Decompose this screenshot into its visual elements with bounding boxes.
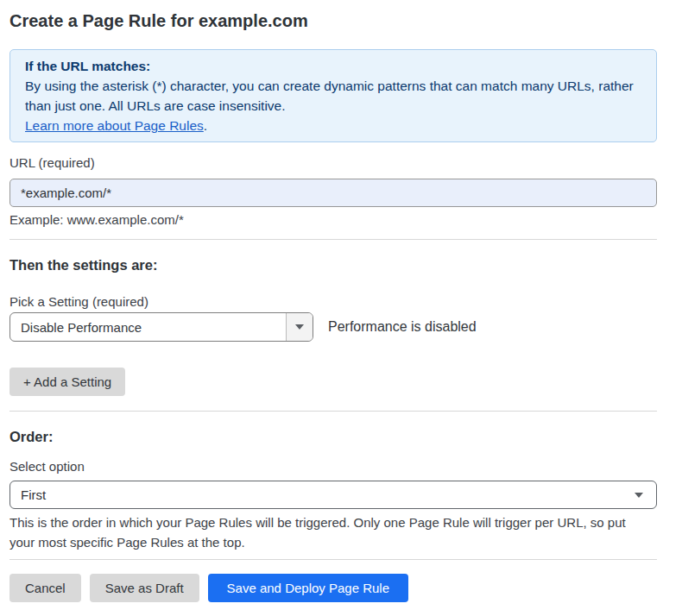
divider	[9, 559, 657, 560]
setting-select[interactable]: Disable Performance	[9, 312, 313, 342]
info-box-link-line: Learn more about Page Rules.	[25, 116, 641, 135]
page-title: Create a Page Rule for example.com	[9, 10, 657, 31]
footer-button-row: Cancel Save as Draft Save and Deploy Pag…	[9, 574, 657, 602]
setting-select-arrow-button[interactable]	[286, 313, 313, 341]
create-page-rule-panel: Create a Page Rule for example.com If th…	[0, 0, 682, 602]
url-matches-info-box: If the URL matches: By using the asteris…	[9, 49, 657, 142]
order-select-value: First	[21, 487, 46, 502]
pick-setting-label: Pick a Setting (required)	[9, 293, 657, 311]
save-and-deploy-button[interactable]: Save and Deploy Page Rule	[208, 574, 408, 602]
order-help-text: This is the order in which your Page Rul…	[9, 512, 650, 552]
setting-select-value: Disable Performance	[10, 313, 286, 341]
divider	[9, 239, 657, 240]
chevron-down-icon	[295, 324, 304, 330]
learn-more-link[interactable]: Learn more about Page Rules	[25, 118, 204, 133]
url-input[interactable]	[9, 179, 657, 207]
url-example-text: Example: www.example.com/*	[9, 211, 657, 229]
order-select-label: Select option	[9, 458, 657, 475]
url-field-label: URL (required)	[9, 154, 657, 172]
order-section-heading: Order:	[9, 428, 657, 446]
cancel-button[interactable]: Cancel	[9, 574, 81, 602]
save-as-draft-button[interactable]: Save as Draft	[90, 574, 199, 602]
info-box-heading: If the URL matches:	[25, 56, 641, 76]
order-select[interactable]: First	[9, 481, 657, 509]
settings-section-heading: Then the settings are:	[9, 256, 657, 274]
setting-status-text: Performance is disabled	[328, 319, 477, 335]
setting-row: Disable Performance Performance is disab…	[9, 312, 657, 342]
divider	[9, 411, 657, 412]
add-setting-button[interactable]: + Add a Setting	[9, 368, 125, 396]
info-box-body: By using the asterisk (*) character, you…	[25, 76, 641, 116]
chevron-down-icon	[635, 493, 643, 498]
link-period: .	[204, 118, 207, 133]
